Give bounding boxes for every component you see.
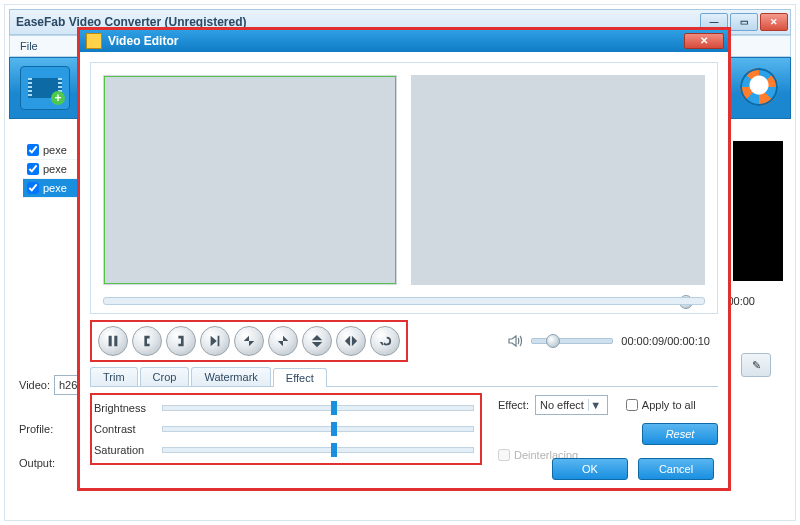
edit-button[interactable]: ✎ — [741, 353, 771, 377]
time-display: 00:00:09/00:00:10 — [621, 335, 710, 347]
editor-tabs: Trim Crop Watermark Effect — [90, 366, 718, 387]
mark-out-button[interactable] — [166, 326, 196, 356]
dialog-close-button[interactable]: ✕ — [684, 33, 724, 49]
svg-marker-6 — [312, 335, 323, 340]
rotate-ccw-button[interactable] — [234, 326, 264, 356]
video-label: Video: — [19, 379, 50, 391]
next-frame-button[interactable] — [200, 326, 230, 356]
dialog-titlebar: Video Editor ✕ — [80, 30, 728, 52]
effect-sliders: Brightness Contrast Saturation — [90, 393, 482, 465]
mark-in-button[interactable] — [132, 326, 162, 356]
transport-row: 00:00:09/00:00:10 — [90, 320, 718, 362]
pause-button[interactable] — [98, 326, 128, 356]
contrast-label: Contrast — [94, 423, 156, 435]
cancel-button[interactable]: Cancel — [638, 458, 714, 480]
contrast-slider[interactable] — [162, 426, 474, 432]
tab-effect[interactable]: Effect — [273, 368, 327, 387]
dialog-footer: OK Cancel — [552, 458, 714, 480]
tab-crop[interactable]: Crop — [140, 367, 190, 386]
flip-vertical-button[interactable] — [302, 326, 332, 356]
profile-label: Profile: — [19, 423, 53, 435]
file-checkbox[interactable] — [27, 163, 39, 175]
file-checkbox[interactable] — [27, 182, 39, 194]
ok-button[interactable]: OK — [552, 458, 628, 480]
contrast-thumb[interactable] — [331, 422, 337, 436]
output-preview — [411, 75, 705, 285]
effect-select[interactable]: No effect ▼ — [535, 395, 608, 415]
close-button[interactable]: ✕ — [760, 13, 788, 31]
video-editor-dialog: Video Editor ✕ 00:00:09/00:00:10 Trim Cr… — [78, 28, 730, 490]
reset-button[interactable]: Reset — [642, 423, 718, 445]
svg-marker-8 — [345, 336, 350, 347]
flip-horizontal-button[interactable] — [336, 326, 366, 356]
file-name: pexe — [43, 182, 67, 194]
effect-value: No effect — [540, 399, 584, 411]
volume-block: 00:00:09/00:00:10 — [507, 333, 718, 349]
apply-all-checkbox[interactable] — [626, 399, 638, 411]
svg-marker-2 — [244, 336, 249, 341]
editor-icon — [86, 33, 102, 49]
tab-trim[interactable]: Trim — [90, 367, 138, 386]
maximize-button[interactable]: ▭ — [730, 13, 758, 31]
svg-marker-4 — [283, 336, 288, 341]
menu-file[interactable]: File — [20, 40, 38, 52]
volume-icon — [507, 333, 523, 349]
preview-area — [90, 62, 718, 314]
saturation-slider[interactable] — [162, 447, 474, 453]
transport-controls — [90, 320, 408, 362]
svg-marker-3 — [249, 341, 254, 346]
preview-panel — [733, 141, 783, 281]
volume-slider[interactable] — [531, 338, 613, 344]
help-icon[interactable] — [740, 68, 778, 106]
dialog-title: Video Editor — [108, 34, 178, 48]
effect-label: Effect: — [498, 399, 529, 411]
file-checkbox[interactable] — [27, 144, 39, 156]
brightness-thumb[interactable] — [331, 401, 337, 415]
svg-rect-0 — [109, 336, 112, 347]
svg-marker-9 — [352, 336, 357, 347]
pencil-icon: ✎ — [752, 359, 761, 372]
svg-rect-1 — [114, 336, 117, 347]
svg-marker-5 — [278, 341, 283, 346]
plus-icon: + — [51, 91, 65, 105]
file-name: pexe — [43, 144, 67, 156]
add-file-button[interactable]: + — [20, 66, 70, 110]
saturation-label: Saturation — [94, 444, 156, 456]
file-name: pexe — [43, 163, 67, 175]
volume-knob[interactable] — [546, 334, 560, 348]
effect-options: Effect: No effect ▼ Apply to all Reset D… — [498, 395, 718, 461]
deinterlacing-checkbox — [498, 449, 510, 461]
tab-watermark[interactable]: Watermark — [191, 367, 270, 386]
apply-all-label: Apply to all — [642, 399, 696, 411]
saturation-thumb[interactable] — [331, 443, 337, 457]
timeline-playhead[interactable] — [679, 295, 693, 309]
brightness-slider[interactable] — [162, 405, 474, 411]
source-preview — [103, 75, 397, 285]
main-title-text: EaseFab Video Converter (Unregistered) — [16, 15, 247, 29]
rotate-cw-button[interactable] — [268, 326, 298, 356]
undo-button[interactable] — [370, 326, 400, 356]
brightness-label: Brightness — [94, 402, 156, 414]
svg-marker-7 — [312, 342, 323, 347]
chevron-down-icon: ▼ — [588, 399, 603, 411]
output-label: Output: — [19, 457, 55, 469]
